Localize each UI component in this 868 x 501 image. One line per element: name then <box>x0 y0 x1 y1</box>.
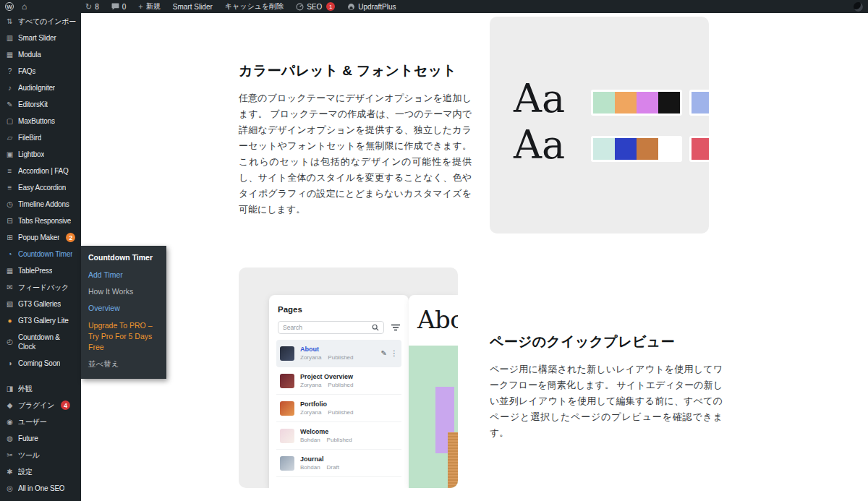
admin-bar-items: ↻ 8 0 + 新規 Smart Slider キャッシュを削除 SEO 1 U… <box>81 1 854 12</box>
sidebar-item-label: Countdown Timer <box>18 250 72 258</box>
page-status: Published <box>328 409 353 416</box>
page-author: Zoryana <box>300 409 321 416</box>
flyout-item-add-timer[interactable]: Add Timer <box>81 267 166 283</box>
sidebar-item-countdown-timer[interactable]: ◔Countdown Timer <box>0 246 81 262</box>
notification-badge: 2 <box>66 233 75 242</box>
sidebar-item-label: Popup Maker <box>18 234 59 241</box>
sidebar-item-filebird[interactable]: ▱FileBird <box>0 129 81 146</box>
sidebar-item-maxbuttons[interactable]: ▢MaxButtons <box>0 113 81 129</box>
color-swatch <box>658 138 680 160</box>
sidebar-item-appearance[interactable]: ◨外観 <box>0 380 81 397</box>
sidebar-item-label: GT3 Galleries <box>18 300 61 308</box>
sidebar-item-editorskit[interactable]: ✎EditorsKit <box>0 96 81 113</box>
sidebar-item-future[interactable]: ◍Future <box>0 430 81 447</box>
sidebar-item-gt3-galleries[interactable]: ▧GT3 Galleries <box>0 296 81 312</box>
avatar-button[interactable] <box>854 2 863 12</box>
sidebar-item-settings[interactable]: ✱設定 <box>0 463 81 480</box>
page-row-text: AboutZoryanaPublished <box>300 346 375 361</box>
sidebar-item-label: Countdown & Clock <box>18 333 78 351</box>
sidebar-item-label: All in One SEO <box>18 484 64 492</box>
updates-icon: ↻ <box>85 3 92 11</box>
sidebar-item-popup-maker[interactable]: ⊞Popup Maker2 <box>0 229 81 246</box>
sidebar-item-label: フィードバック <box>18 283 69 293</box>
page-list-item[interactable]: WelcomeBohdanPublished <box>276 422 401 450</box>
page-meta: ZoryanaPublished <box>300 382 398 388</box>
sidebar-item-label: 設定 <box>18 467 33 477</box>
sidebar-item-easy-accordion[interactable]: ≡Easy Accordion <box>0 179 81 196</box>
sidebar-item-tabs-responsive[interactable]: ⊟Tabs Responsive <box>0 213 81 229</box>
page-thumbnail <box>280 429 294 443</box>
seo-notification-badge: 1 <box>326 2 335 11</box>
sidebar-item-label: Easy Accordion <box>18 184 66 192</box>
sidebar-item-tools[interactable]: ✂ツール <box>0 447 81 463</box>
edit-icon[interactable]: ✎ <box>381 349 387 357</box>
flyout-title: Countdown Timer <box>81 249 166 267</box>
preview-page-title: About <box>409 295 458 334</box>
sidebar-item-modula[interactable]: ▦Modula <box>0 46 81 63</box>
page-row-text: Project OverviewZoryanaPublished <box>300 373 398 388</box>
flyout-item-how-it-works[interactable]: How It Works <box>81 283 166 300</box>
updraftplus-button[interactable]: UpdraftPlus <box>347 3 396 11</box>
page-meta: ZoryanaPublished <box>300 409 398 416</box>
new-content-label: 新規 <box>146 1 161 12</box>
filter-lines <box>391 324 400 331</box>
appearance-icon: ◨ <box>5 385 14 393</box>
main-content: カラーパレット & フォントセット 任意のブロックテーマにデザインオプションを追… <box>81 13 868 501</box>
page-list-item[interactable]: JournalBohdanDraft <box>276 450 401 477</box>
maxbuttons-icon: ▢ <box>5 118 14 125</box>
comments-button[interactable]: 0 <box>111 3 127 11</box>
palette-section-heading: カラーパレット & フォントセット <box>239 61 472 80</box>
preview-section-heading: ページのクイックプレビュー <box>490 333 723 351</box>
sidebar-separator <box>0 372 81 380</box>
sidebar-item-coming-soon[interactable]: ◑Coming Soon <box>0 355 81 372</box>
sidebar-item-label: FAQs <box>18 67 35 75</box>
sidebar-item-countdown-clock[interactable]: ◴Countdown & Clock <box>0 329 81 355</box>
tools-icon: ✂ <box>5 452 14 459</box>
users-icon: ◉ <box>5 419 14 426</box>
sidebar-item-plugins[interactable]: ◆プラグイン4 <box>0 397 81 414</box>
sidebar-item-gt3-gallery-lite[interactable]: ●GT3 Gallery Lite <box>0 312 81 329</box>
font-samples: Aa Aa <box>514 76 565 168</box>
sidebar-item-all-import[interactable]: ⇅すべてのインポート <box>0 13 81 30</box>
sidebar-item-audioigniter[interactable]: ♪AudioIgniter <box>0 80 81 96</box>
tabs-responsive-icon: ⊟ <box>5 218 14 225</box>
all-import-icon: ⇅ <box>5 18 14 25</box>
wordpress-logo-icon[interactable]: W <box>5 2 14 11</box>
pages-search-input[interactable]: Search <box>278 321 384 334</box>
sidebar-item-label: 外観 <box>18 384 33 394</box>
palette-row-2-partial <box>689 136 709 162</box>
seo-button[interactable]: SEO 1 <box>296 2 335 11</box>
new-content-button[interactable]: + 新規 <box>138 1 160 12</box>
sidebar-item-tablepress[interactable]: ▦TablePress <box>0 262 81 279</box>
sidebar-item-timeline-addons[interactable]: ◷Timeline Addons <box>0 196 81 213</box>
updates-button[interactable]: ↻ 8 <box>85 3 99 11</box>
comments-icon <box>111 3 119 10</box>
notification-badge: 4 <box>61 401 70 410</box>
sidebar-item-label: Tabs Responsive <box>18 217 71 225</box>
page-row-actions: ✎⋮ <box>381 349 398 357</box>
sidebar-item-smart-slider[interactable]: ▥Smart Slider <box>0 30 81 46</box>
page-list-item[interactable]: PortfolioZoryanaPublished <box>276 395 401 422</box>
more-options-icon[interactable]: ⋮ <box>391 349 398 357</box>
sidebar-item-lightbox[interactable]: ▣Lightbox <box>0 146 81 163</box>
sidebar-item-label: EditorsKit <box>18 100 48 108</box>
page-thumbnail <box>280 374 294 388</box>
sidebar-item-faqs[interactable]: ?FAQs <box>0 63 81 80</box>
sidebar-item-users[interactable]: ◉ユーザー <box>0 414 81 430</box>
countdown-clock-icon: ◴ <box>5 338 14 346</box>
clear-cache-button[interactable]: キャッシュを削除 <box>225 1 284 12</box>
preview-orange-block <box>448 432 458 488</box>
smart-slider-button[interactable]: Smart Slider <box>173 3 213 11</box>
sidebar-item-feedback[interactable]: ✉フィードバック <box>0 279 81 296</box>
flyout-item-overview[interactable]: Overview <box>81 300 166 317</box>
page-list-item[interactable]: Project OverviewZoryanaPublished <box>276 367 401 395</box>
home-icon[interactable]: ⌂ <box>22 2 27 11</box>
flyout-item-upgrade-to-pro[interactable]: Upgrade To PRO – Try Pro For 5 Days Free <box>81 317 166 356</box>
sidebar-item-label: TablePress <box>18 267 52 275</box>
search-placeholder: Search <box>283 324 302 331</box>
page-list-item[interactable]: AboutZoryanaPublished✎⋮ <box>276 340 401 367</box>
filter-icon[interactable] <box>391 324 400 331</box>
flyout-item-sort[interactable]: 並べ替え <box>81 356 166 372</box>
sidebar-item-aioseo[interactable]: ◎All in One SEO <box>0 480 81 497</box>
sidebar-item-accordion-faq[interactable]: ≡Accordion | FAQ <box>0 163 81 179</box>
